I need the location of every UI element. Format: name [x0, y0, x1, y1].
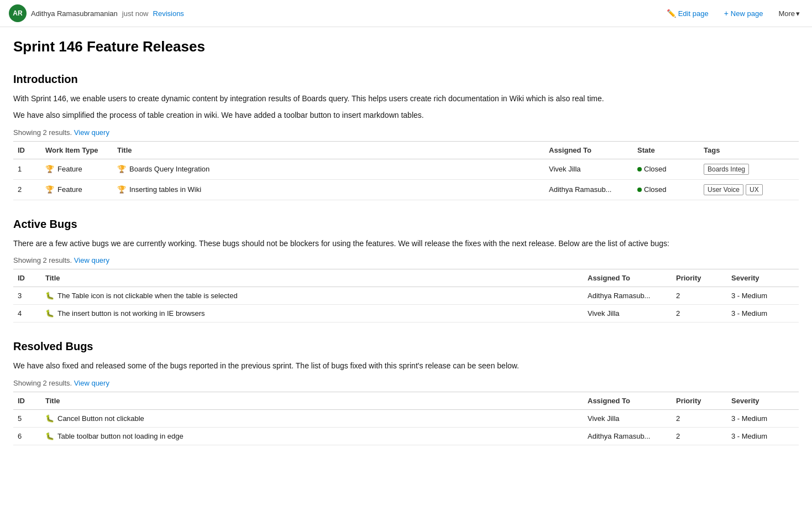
cell-priority: 2 [672, 427, 727, 445]
resolved-bugs-view-query-link[interactable]: View query [74, 379, 109, 387]
cell-severity: 3 - Medium [727, 409, 799, 427]
author-name: Adithya Ramasubramanian [31, 9, 118, 18]
resolved-bugs-paragraph: We have also fixed and released some of … [13, 360, 799, 372]
cell-id: 5 [13, 409, 41, 427]
top-bar: AR Adithya Ramasubramanian just now Revi… [0, 0, 812, 27]
col-header-state: State [633, 141, 699, 159]
col-header-title-bugs: Title [41, 269, 583, 287]
top-bar-left: AR Adithya Ramasubramanian just now Revi… [9, 4, 184, 22]
cell-priority: 2 [672, 305, 727, 322]
cell-state: Closed [633, 179, 699, 200]
cell-title: 🐛 The Table icon is not clickable when t… [41, 287, 583, 305]
cell-type: 🏆Feature [41, 179, 113, 200]
col-header-id-resolved: ID [13, 392, 41, 409]
cell-tags: Boards Integ [699, 159, 799, 179]
active-bugs-showing-results: Showing 2 results. View query [13, 256, 799, 264]
cell-state: Closed [633, 159, 699, 179]
cell-id: 4 [13, 305, 41, 322]
cell-severity: 3 - Medium [727, 305, 799, 322]
col-header-title-resolved: Title [41, 392, 583, 409]
avatar: AR [9, 4, 27, 22]
table-row: 3 🐛 The Table icon is not clickable when… [13, 287, 799, 305]
active-bugs-paragraph: There are a few active bugs we are curre… [13, 237, 799, 249]
cell-id: 6 [13, 427, 41, 445]
new-page-button[interactable]: + New page [721, 7, 767, 20]
table-row: 6 🐛 Table toolbar button not loading in … [13, 427, 799, 445]
table-row: 5 🐛 Cancel Button not clickable Vivek Ji… [13, 409, 799, 427]
resolved-bugs-section: Resolved Bugs We have also fixed and rel… [13, 340, 799, 445]
active-bugs-view-query-link[interactable]: View query [74, 256, 109, 264]
resolved-bugs-heading: Resolved Bugs [13, 340, 799, 353]
cell-title: 🏆 Inserting tables in Wiki [113, 179, 544, 200]
active-bugs-table: ID Title Assigned To Priority Severity 3… [13, 269, 799, 322]
col-header-severity-bugs: Severity [727, 269, 799, 287]
introduction-heading: Introduction [13, 73, 799, 86]
cell-assigned: Adithya Ramasub... [583, 427, 672, 445]
cell-id: 1 [13, 159, 41, 179]
timestamp: just now [122, 9, 149, 18]
col-header-assigned-resolved: Assigned To [583, 392, 672, 409]
revisions-link[interactable]: Revisions [153, 9, 184, 18]
cell-title: 🐛 The insert button is not working in IE… [41, 305, 583, 322]
resolved-bugs-showing-results: Showing 2 results. View query [13, 379, 799, 387]
col-header-priority-resolved: Priority [672, 392, 727, 409]
active-bugs-heading: Active Bugs [13, 218, 799, 231]
active-bugs-section: Active Bugs There are a few active bugs … [13, 218, 799, 322]
cell-assigned: Adithya Ramasub... [583, 287, 672, 305]
cell-id: 2 [13, 179, 41, 200]
cell-severity: 3 - Medium [727, 427, 799, 445]
col-header-type: Work Item Type [41, 141, 113, 159]
cell-assigned: Vivek Jilla [583, 409, 672, 427]
col-header-title: Title [113, 141, 544, 159]
cell-title: 🏆 Boards Query Integration [113, 159, 544, 179]
plus-icon: + [724, 9, 729, 18]
cell-assigned: Adithya Ramasub... [544, 179, 633, 200]
page-title: Sprint 146 Feature Releases [13, 38, 799, 55]
col-header-assigned-bugs: Assigned To [583, 269, 672, 287]
introduction-table: ID Work Item Type Title Assigned To Stat… [13, 141, 799, 200]
cell-type: 🏆Feature [41, 159, 113, 179]
table-row: 1 🏆Feature 🏆 Boards Query Integration Vi… [13, 159, 799, 179]
top-bar-right: ✏️ Edit page + New page More ▾ [663, 7, 803, 20]
more-button[interactable]: More ▾ [775, 7, 803, 20]
cell-title: 🐛 Table toolbar button not loading in ed… [41, 427, 583, 445]
cell-priority: 2 [672, 287, 727, 305]
cell-assigned: Vivek Jilla [583, 305, 672, 322]
introduction-section: Introduction With Sprint 146, we enable … [13, 73, 799, 200]
pencil-icon: ✏️ [667, 9, 676, 18]
intro-view-query-link[interactable]: View query [74, 128, 109, 137]
col-header-severity-resolved: Severity [727, 392, 799, 409]
main-content: Sprint 146 Feature Releases Introduction… [0, 27, 812, 456]
intro-paragraph-1: With Sprint 146, we enable users to crea… [13, 92, 799, 105]
col-header-assigned: Assigned To [544, 141, 633, 159]
table-row: 4 🐛 The insert button is not working in … [13, 305, 799, 322]
col-header-tags: Tags [699, 141, 799, 159]
edit-page-button[interactable]: ✏️ Edit page [663, 7, 712, 20]
cell-severity: 3 - Medium [727, 287, 799, 305]
intro-showing-results: Showing 2 results. View query [13, 128, 799, 137]
table-row: 2 🏆Feature 🏆 Inserting tables in Wiki Ad… [13, 179, 799, 200]
resolved-bugs-table: ID Title Assigned To Priority Severity 5… [13, 392, 799, 445]
col-header-id: ID [13, 141, 41, 159]
cell-priority: 2 [672, 409, 727, 427]
cell-tags: User VoiceUX [699, 179, 799, 200]
intro-paragraph-2: We have also simplified the process of t… [13, 109, 799, 121]
cell-title: 🐛 Cancel Button not clickable [41, 409, 583, 427]
col-header-priority-bugs: Priority [672, 269, 727, 287]
chevron-down-icon: ▾ [796, 9, 800, 18]
cell-id: 3 [13, 287, 41, 305]
cell-assigned: Vivek Jilla [544, 159, 633, 179]
col-header-id-bugs: ID [13, 269, 41, 287]
